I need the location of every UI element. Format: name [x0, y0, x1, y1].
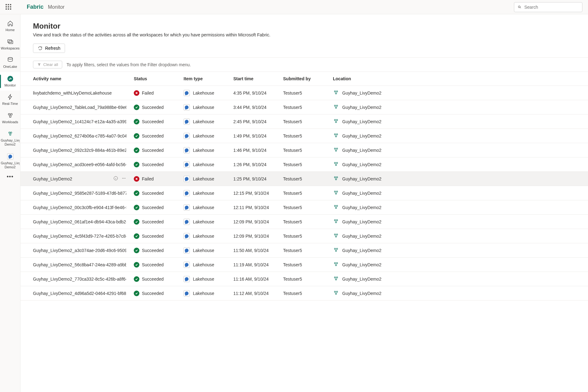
activity-name: Guyhay_LivyDemo2_00c3c0fb-e904-413f-9e46…: [33, 205, 126, 210]
workspace-icon: [333, 261, 339, 268]
status-text: Succeeded: [142, 133, 164, 138]
search-input[interactable]: [524, 5, 579, 10]
global-search[interactable]: [514, 2, 582, 12]
item-type-text: Lakehouse: [193, 205, 214, 210]
workspace-icon: [333, 247, 339, 254]
nav-item-workloads[interactable]: Workloads: [0, 109, 20, 127]
table-row[interactable]: Guyhay_LivyDemo2_6274b06a-c785-4a07-9c04…: [21, 129, 588, 143]
svg-point-56: [334, 291, 336, 292]
svg-point-34: [335, 179, 337, 180]
nav-item-home[interactable]: Home: [0, 17, 20, 35]
col-status[interactable]: Status: [130, 72, 180, 86]
clear-all-button[interactable]: Clear all: [33, 61, 62, 68]
table-row[interactable]: Guyhay_LivyDemo2_4c5f43d9-727e-4265-b7c8…: [21, 229, 588, 243]
svg-point-12: [335, 93, 337, 94]
submitted-by: Testuser5: [283, 291, 302, 296]
home-icon: [7, 20, 14, 27]
nav-more-icon[interactable]: •••: [7, 174, 14, 180]
nav-label: Monitor: [4, 83, 16, 87]
start-time: 1:26 PM, 9/10/24: [233, 162, 267, 167]
col-location[interactable]: Location: [329, 72, 588, 86]
table-row[interactable]: Guyhay_LivyDemo2_TableLoad_79a988be-69e6…: [21, 100, 588, 114]
workspace-icon: [333, 204, 339, 211]
main-content: Monitor View and track the status of the…: [21, 14, 588, 392]
more-icon[interactable]: [121, 176, 126, 182]
lakehouse-icon: [184, 147, 190, 153]
table-header-row: Activity name Status Item type Start tim…: [21, 72, 588, 86]
table-row[interactable]: Guyhay_LivyDemo2FailedLakehouse1:25 PM, …: [21, 172, 588, 186]
table-row[interactable]: Guyhay_LivyDemo2_56c8ba47-24ea-4289-a9bb…: [21, 258, 588, 272]
start-time: 1:25 PM, 9/10/24: [233, 176, 267, 181]
status-succeeded-icon: [134, 105, 139, 110]
activity-name: Guyhay_LivyDemo2_061af1e4-db94-43ca-bdb2…: [33, 219, 126, 224]
start-time: 12:09 PM, 9/10/24: [233, 234, 269, 239]
svg-point-40: [335, 207, 337, 208]
svg-point-4: [8, 114, 10, 115]
nav-label: Workspaces: [1, 46, 20, 50]
start-time: 1:49 PM, 9/10/24: [233, 133, 267, 138]
filter-hint: To apply filters, select the values from…: [67, 62, 191, 67]
svg-point-20: [336, 134, 338, 135]
item-type-text: Lakehouse: [193, 291, 214, 296]
table-row[interactable]: Guyhay_LivyDemo2_092c32c9-884a-461b-89e2…: [21, 143, 588, 157]
col-submitted-by[interactable]: Submitted by: [279, 72, 329, 86]
svg-point-10: [334, 91, 336, 92]
table-row[interactable]: Guyhay_LivyDemo2_acd3cee9-e056-4afd-bc56…: [21, 157, 588, 172]
filter-clear-icon: [37, 63, 41, 67]
svg-point-38: [334, 205, 336, 207]
table-row[interactable]: Guyhay_LivyDemo2_1c4124c7-e12a-4a35-a399…: [21, 114, 588, 129]
svg-point-6: [9, 116, 11, 118]
lakehouse-icon: [184, 176, 190, 182]
brand-name[interactable]: Fabric: [27, 4, 44, 10]
svg-point-51: [336, 263, 338, 264]
svg-point-35: [334, 191, 336, 192]
submitted-by: Testuser5: [283, 262, 302, 267]
info-icon[interactable]: [113, 176, 118, 182]
nav-item-realtime[interactable]: Real-Time: [0, 91, 20, 109]
location-text: Guyhay_LivyDemo2: [342, 205, 381, 210]
refresh-button[interactable]: Refresh: [33, 44, 65, 53]
submitted-by: Testuser5: [283, 205, 302, 210]
status-text: Failed: [142, 91, 154, 96]
nav-item-ws-livy[interactable]: Guyhay_Livy Demo2: [0, 127, 20, 150]
lakehouse-icon: [184, 262, 190, 268]
nav-label: OneLake: [3, 65, 17, 69]
workspace-icon: [333, 290, 339, 296]
item-type-text: Lakehouse: [193, 133, 214, 138]
svg-rect-0: [7, 40, 12, 43]
start-time: 1:46 PM, 9/10/24: [233, 148, 267, 153]
table-row[interactable]: Guyhay_LivyDemo2_a3c074ae-20d6-49c6-9509…: [21, 243, 588, 258]
lakehouse-icon: [184, 276, 190, 282]
workloads-icon: [7, 112, 14, 119]
svg-point-58: [335, 293, 337, 294]
col-activity-name[interactable]: Activity name: [21, 72, 130, 86]
submitted-by: Testuser5: [283, 277, 302, 282]
location-text: Guyhay_LivyDemo2: [342, 176, 381, 181]
table-row[interactable]: Guyhay_LivyDemo2_9585e287-5189-47d6-b877…: [21, 186, 588, 200]
svg-point-21: [335, 136, 337, 137]
nav-item-workspaces[interactable]: Workspaces: [0, 35, 20, 54]
svg-point-52: [335, 264, 337, 266]
table-row[interactable]: Guyhay_LivyDemo2_061af1e4-db94-43ca-bdb2…: [21, 215, 588, 229]
svg-point-27: [335, 164, 337, 166]
col-start-time[interactable]: Start time: [230, 72, 279, 86]
nav-item-onelake[interactable]: OneLake: [0, 54, 20, 72]
svg-point-15: [335, 107, 337, 108]
svg-point-2: [8, 58, 12, 59]
nav-item-monitor[interactable]: Monitor: [0, 72, 20, 91]
table-row[interactable]: Guyhay_LivyDemo2_00c3c0fb-e904-413f-9e46…: [21, 200, 588, 215]
status-text: Succeeded: [142, 105, 164, 110]
col-item-type[interactable]: Item type: [180, 72, 230, 86]
svg-point-16: [334, 119, 336, 121]
table-row[interactable]: Guyhay_LivyDemo2_770ca332-8c5c-426b-a8f6…: [21, 272, 588, 286]
workspace-icon: [333, 104, 339, 110]
monitor-icon: [7, 75, 14, 82]
app-launcher-icon[interactable]: [6, 4, 12, 10]
svg-point-13: [334, 105, 336, 106]
table-row[interactable]: Guyhay_LivyDemo2_4d96a5d2-0464-4291-bf68…: [21, 286, 588, 301]
start-time: 12:11 PM, 9/10/24: [233, 205, 269, 210]
table-row[interactable]: livybatchdemo_withLivyDemoLakehouseFaile…: [21, 86, 588, 100]
nav-item-lh-livy[interactable]: Guyhay_Livy Demo2: [0, 150, 20, 172]
item-type-text: Lakehouse: [193, 262, 214, 267]
workspace-icon: [333, 218, 339, 225]
